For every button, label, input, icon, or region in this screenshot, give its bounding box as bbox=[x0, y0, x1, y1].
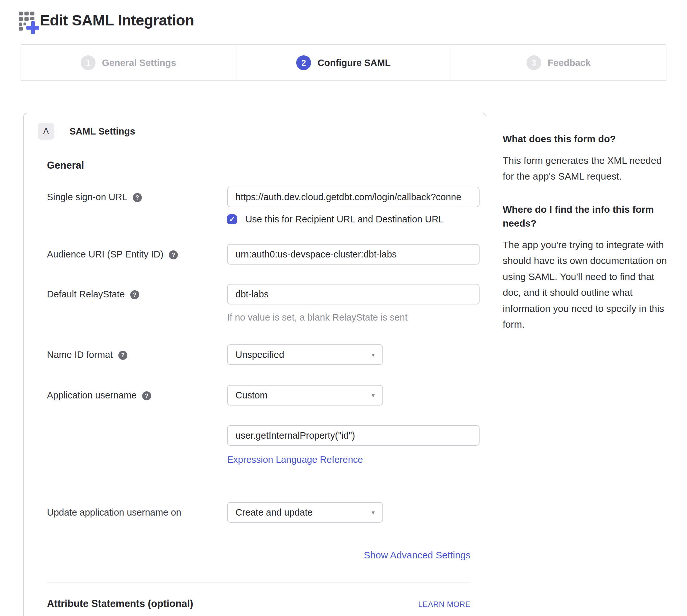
relaystate-helper-text: If no value is set, a blank RelayState i… bbox=[227, 312, 480, 323]
help-icon[interactable]: ? bbox=[169, 250, 178, 259]
sidebar-question-1: What does this form do? bbox=[503, 132, 670, 146]
field-row-app-username: Application username ? Custom ▾ Expressi… bbox=[47, 385, 471, 465]
wizard-step-general-settings[interactable]: 1 General Settings bbox=[21, 45, 236, 81]
field-row-sso: Single sign-on URL ? ✓ Use this for Reci… bbox=[47, 187, 471, 225]
saml-settings-panel: A SAML Settings General Single sign-on U… bbox=[23, 113, 486, 616]
page-header: Edit SAML Integration bbox=[0, 0, 687, 33]
step-number-badge: 2 bbox=[296, 56, 311, 70]
sidebar-question-2: Where do I find the info this form needs… bbox=[503, 202, 670, 230]
help-icon[interactable]: ? bbox=[133, 193, 142, 202]
help-icon[interactable]: ? bbox=[118, 351, 128, 360]
wizard-steps: 1 General Settings 2 Configure SAML 3 Fe… bbox=[21, 44, 666, 81]
audience-label: Audience URI (SP Entity ID) ? bbox=[47, 244, 227, 265]
step-number-badge: 1 bbox=[81, 56, 95, 70]
use-for-recipient-checkbox[interactable]: ✓ bbox=[227, 214, 237, 224]
relaystate-input[interactable] bbox=[227, 284, 480, 305]
sso-url-input[interactable] bbox=[227, 187, 480, 207]
grid-plus-icon bbox=[19, 12, 40, 33]
app-username-select[interactable]: Custom ▾ bbox=[227, 385, 383, 405]
use-for-recipient-label: Use this for Recipient URL and Destinati… bbox=[245, 214, 443, 225]
section-divider bbox=[47, 582, 471, 582]
update-username-select[interactable]: Create and update ▾ bbox=[227, 502, 383, 523]
field-row-audience: Audience URI (SP Entity ID) ? bbox=[47, 244, 471, 265]
field-row-update-username: Update application username on Create an… bbox=[47, 502, 471, 523]
dropdown-arrow-icon: ▾ bbox=[371, 392, 375, 399]
page-title: Edit SAML Integration bbox=[40, 10, 194, 31]
show-advanced-settings-link[interactable]: Show Advanced Settings bbox=[364, 550, 471, 560]
general-section-heading: General bbox=[47, 160, 471, 171]
app-username-label: Application username ? bbox=[47, 385, 227, 465]
field-row-nameid: Name ID format ? Unspecified ▾ bbox=[47, 344, 471, 365]
field-row-relaystate: Default RelayState ? If no value is set,… bbox=[47, 284, 471, 323]
sso-label: Single sign-on URL ? bbox=[47, 187, 227, 225]
audience-uri-input[interactable] bbox=[227, 244, 480, 265]
wizard-step-configure-saml[interactable]: 2 Configure SAML bbox=[236, 45, 451, 81]
nameid-label: Name ID format ? bbox=[47, 344, 227, 365]
update-username-label: Update application username on bbox=[47, 502, 227, 523]
relaystate-label: Default RelayState ? bbox=[47, 284, 227, 323]
dropdown-arrow-icon: ▾ bbox=[371, 351, 375, 358]
dropdown-arrow-icon: ▾ bbox=[371, 509, 375, 516]
step-label: Feedback bbox=[548, 58, 591, 68]
help-icon[interactable]: ? bbox=[130, 290, 139, 299]
attribute-statements-heading: Attribute Statements (optional) bbox=[47, 598, 193, 610]
wizard-step-feedback[interactable]: 3 Feedback bbox=[451, 45, 666, 81]
panel-title: SAML Settings bbox=[69, 126, 135, 137]
sidebar-answer-1: This form generates the XML needed for t… bbox=[503, 153, 670, 184]
step-label: Configure SAML bbox=[317, 58, 390, 68]
custom-expression-input[interactable] bbox=[227, 425, 480, 446]
help-icon[interactable]: ? bbox=[142, 391, 151, 400]
expression-language-reference-link[interactable]: Expression Language Reference bbox=[227, 455, 363, 465]
step-number-badge: 3 bbox=[527, 56, 541, 70]
sidebar-answer-2: The app you're trying to integrate with … bbox=[503, 237, 670, 332]
learn-more-link[interactable]: LEARN MORE bbox=[418, 600, 471, 609]
help-sidebar: What does this form do? This form genera… bbox=[503, 113, 670, 351]
nameid-format-select[interactable]: Unspecified ▾ bbox=[227, 344, 383, 365]
section-a-badge: A bbox=[38, 123, 54, 140]
step-label: General Settings bbox=[102, 58, 176, 68]
